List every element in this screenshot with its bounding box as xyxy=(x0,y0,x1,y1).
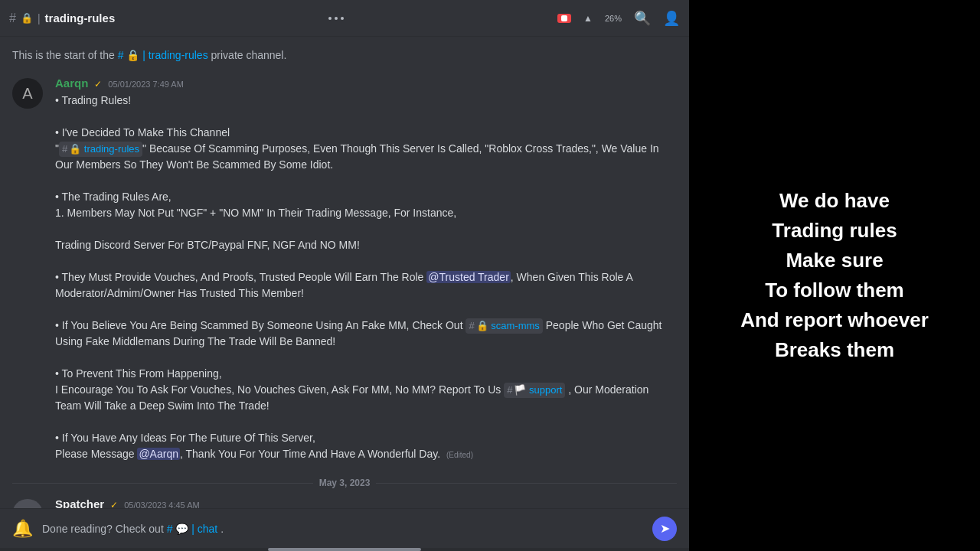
message-content-aarqn: Aarqn ✓ 05/01/2023 7:49 AM • Trading Rul… xyxy=(55,77,677,462)
line-channel-ref: "# 🔒 trading-rules" Because Of Scamming … xyxy=(55,141,677,173)
line-encourage: I Encourage You To Ask For Vouches, No V… xyxy=(55,382,677,414)
message-aarqn: A Aarqn ✓ 05/01/2023 7:49 AM • Trading R… xyxy=(0,73,689,465)
bottom-text: Done reading? Check out # 💬 | chat . xyxy=(42,523,643,535)
username-spatcher: Spatcher xyxy=(55,497,104,508)
channel-name-header: trading-rules xyxy=(45,11,116,24)
mention-aarqn: @Aarqn xyxy=(137,448,180,460)
channel-start: This is the start of the # 🔒 | trading-r… xyxy=(0,49,689,73)
chat-channel-ref[interactable]: # 💬 | chat xyxy=(167,523,218,535)
verified-icon-spatcher: ✓ xyxy=(110,500,118,508)
mention-trusted: @Trusted Trader xyxy=(426,271,511,283)
bottom-bar: 🔔 Done reading? Check out # 💬 | chat . ➤ xyxy=(0,508,689,548)
date-text: May 3, 2023 xyxy=(319,478,371,488)
line-scam: • If You Believe You Are Being Scammed B… xyxy=(55,318,677,350)
avatar-aarqn: A xyxy=(12,78,43,109)
signal-icon: ▲ xyxy=(583,13,593,24)
line-vouches: • They Must Provide Vouches, And Proofs,… xyxy=(55,269,677,302)
send-button[interactable]: ➤ xyxy=(652,517,677,541)
right-panel: We do have Trading rules Make sure To fo… xyxy=(689,0,980,551)
overlay-line2: Trading rules xyxy=(740,216,929,246)
line-decided: • I've Decided To Make This Channel xyxy=(55,125,677,141)
channel-tag-support[interactable]: # 🏳️ support xyxy=(504,383,565,398)
hash-icon: # xyxy=(9,11,16,25)
username-aarqn: Aarqn xyxy=(55,77,88,90)
overlay-line1: We do have xyxy=(740,186,929,216)
lock-icon: 🔒 xyxy=(21,12,33,24)
record-button xyxy=(557,14,571,23)
message-text-aarqn: • Trading Rules! • I've Decided To Make … xyxy=(55,93,677,462)
timestamp-aarqn: 05/01/2023 7:49 AM xyxy=(108,80,183,89)
date-line-right xyxy=(376,483,677,484)
channel-start-ref[interactable]: # 🔒 | trading-rules xyxy=(118,49,211,61)
discord-panel: # 🔒 | trading-rules ▲ 26% 🔍 👤 This is th… xyxy=(0,0,689,551)
channel-tag-scam[interactable]: # 🔒 scam-mms xyxy=(466,318,542,334)
messages-area: This is the start of the # 🔒 | trading-r… xyxy=(0,37,689,508)
message-header-aarqn: Aarqn ✓ 05/01/2023 7:49 AM xyxy=(55,77,677,90)
message-spatcher: S Spatcher ✓ 05/03/2023 4:45 AM Please n… xyxy=(0,494,689,508)
line-rules: • Trading Rules! xyxy=(55,93,677,109)
date-line-left xyxy=(12,483,313,484)
line-message: Please Message @Aarqn, Thank You For You… xyxy=(55,446,677,462)
search-icon[interactable]: 🔍 xyxy=(634,10,651,27)
overlay-line5: And report whoever xyxy=(740,305,929,335)
date-divider: May 3, 2023 xyxy=(0,465,689,494)
timestamp-spatcher: 05/03/2023 4:45 AM xyxy=(124,500,199,508)
message-header-spatcher: Spatcher ✓ 05/03/2023 4:45 AM xyxy=(55,497,677,508)
line-prevent: • To Prevent This From Happening, xyxy=(55,366,677,382)
overlay-line3: Make sure xyxy=(740,246,929,276)
line-ideas: • If You Have Any Ideas For The Future O… xyxy=(55,430,677,446)
overlay-text: We do have Trading rules Make sure To fo… xyxy=(740,186,929,365)
profile-icon[interactable]: 👤 xyxy=(663,10,680,27)
scroll-thumb xyxy=(268,548,421,551)
channel-tag-trading[interactable]: # 🔒 trading-rules xyxy=(59,142,142,157)
top-bar: # 🔒 | trading-rules ▲ 26% 🔍 👤 xyxy=(0,0,689,37)
overlay-line4: To follow them xyxy=(740,276,929,305)
verified-icon-aarqn: ✓ xyxy=(94,79,102,90)
message-content-spatcher: Spatcher ✓ 05/03/2023 4:45 AM Please not… xyxy=(55,497,677,508)
line-example: Trading Discord Server For BTC/Paypal FN… xyxy=(55,237,677,253)
top-bar-right: ▲ 26% 🔍 👤 xyxy=(557,10,680,27)
scroll-indicator xyxy=(0,548,689,551)
battery-text: 26% xyxy=(605,14,622,23)
line-trading-rules: • The Trading Rules Are, xyxy=(55,189,677,205)
overlay-line6: Breaks them xyxy=(740,335,929,365)
notification-icon: 🔔 xyxy=(12,519,33,539)
divider: | xyxy=(38,12,41,24)
avatar-spatcher: S xyxy=(12,499,43,508)
top-bar-left: # 🔒 | trading-rules xyxy=(9,11,115,25)
edited-tag: (Edited) xyxy=(446,451,473,459)
send-arrow-icon: ➤ xyxy=(660,521,670,536)
line-rule1: 1. Members May Not Put "NGF" + "NO MM" I… xyxy=(55,205,677,221)
dots-menu[interactable] xyxy=(328,17,344,20)
